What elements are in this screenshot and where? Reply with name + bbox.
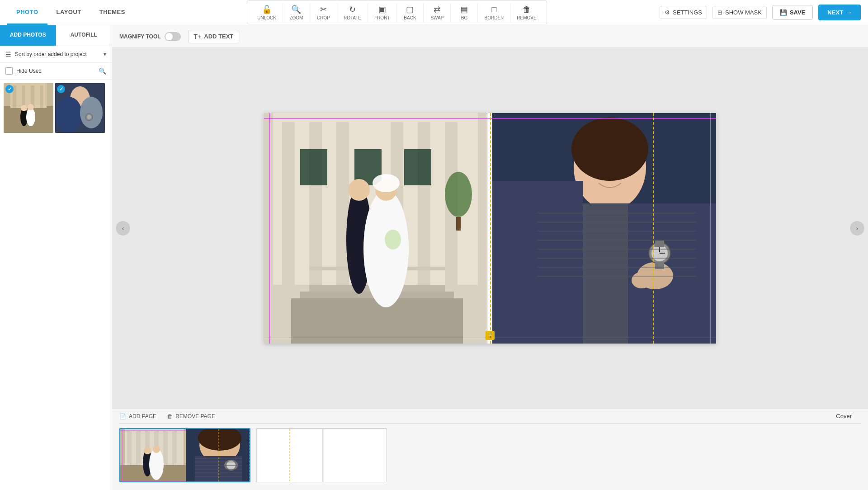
zoom-icon: 🔍 <box>291 5 301 14</box>
svg-rect-40 <box>456 217 461 231</box>
unlock-button[interactable]: 🔓 UNLOCK <box>251 3 283 22</box>
border-icon: □ <box>491 5 496 14</box>
svg-point-39 <box>445 172 472 217</box>
main-toolbar: 🔓 UNLOCK 🔍 ZOOM ✂ CROP ↻ ROTATE ▣ FRONT … <box>247 0 547 24</box>
canvas-left-photo[interactable] <box>264 113 487 344</box>
tab-themes[interactable]: THEMES <box>90 0 134 25</box>
save-icon: 💾 <box>780 9 787 16</box>
front-button[interactable]: ▣ FRONT <box>368 3 396 22</box>
used-badge-1: ✓ <box>5 85 14 93</box>
next-label: NEXT <box>827 9 843 16</box>
sort-label: Sort by order added to project <box>15 51 100 57</box>
svg-point-37 <box>373 174 400 192</box>
page-thumbnail-2[interactable] <box>256 428 387 482</box>
main-layout: ADD PHOTOS AUTOFILL ☰ Sort by order adde… <box>0 25 868 490</box>
border-button[interactable]: □ BORDER <box>478 3 510 22</box>
svg-rect-88 <box>195 469 242 470</box>
sidebar-tabs: ADD PHOTOS AUTOFILL <box>0 25 112 46</box>
photo-thumbnail-2[interactable]: ✓ <box>55 83 105 133</box>
settings-label: SETTINGS <box>673 9 702 16</box>
settings-button[interactable]: ⚙ SETTINGS <box>660 6 707 19</box>
canvas-right-photo[interactable] <box>492 113 716 344</box>
canvas-next-button[interactable]: › <box>850 221 864 236</box>
save-button[interactable]: 💾 SAVE <box>772 5 813 20</box>
svg-rect-31 <box>291 298 463 344</box>
sidebar-tab-add-photos[interactable]: ADD PHOTOS <box>0 25 56 46</box>
top-navigation: PHOTO LAYOUT THEMES 🔓 UNLOCK 🔍 ZOOM ✂ CR… <box>0 0 868 25</box>
top-right-actions: ⚙ SETTINGS ⊞ SHOW MASK 💾 SAVE NEXT → <box>660 5 861 20</box>
lock-icon[interactable]: 🔒 <box>486 331 495 340</box>
page-thumbnail-1[interactable] <box>119 428 250 482</box>
remove-page-icon: 🗑 <box>167 413 173 419</box>
remove-page-button[interactable]: 🗑 REMOVE PAGE <box>167 413 215 419</box>
used-badge-2: ✓ <box>57 85 65 93</box>
rotate-label: ROTATE <box>344 15 361 20</box>
back-button[interactable]: ▢ BACK <box>396 3 424 22</box>
svg-point-15 <box>80 97 103 128</box>
add-page-label: ADD PAGE <box>129 413 156 419</box>
swap-button[interactable]: ⇄ SWAP <box>424 3 451 22</box>
sidebar: ADD PHOTOS AUTOFILL ☰ Sort by order adde… <box>0 25 112 490</box>
svg-rect-55 <box>538 212 696 214</box>
crop-icon: ✂ <box>320 5 327 14</box>
svg-point-38 <box>385 230 401 250</box>
svg-point-73 <box>144 447 151 454</box>
svg-rect-20 <box>282 122 295 285</box>
save-label: SAVE <box>790 9 805 16</box>
add-page-icon: 📄 <box>119 413 126 419</box>
magnify-toggle[interactable] <box>165 32 181 41</box>
svg-rect-65 <box>127 431 132 465</box>
settings-icon: ⚙ <box>665 9 670 16</box>
rotate-button[interactable]: ↻ ROTATE <box>337 3 368 22</box>
chevron-down-icon: ▾ <box>104 51 106 57</box>
back-icon: ▢ <box>406 5 414 14</box>
svg-rect-6 <box>40 85 43 108</box>
swap-icon: ⇄ <box>434 5 440 14</box>
guide-line-center <box>487 113 487 344</box>
svg-rect-62 <box>538 276 696 277</box>
svg-rect-24 <box>418 122 430 285</box>
remove-page-label: REMOVE PAGE <box>175 413 215 419</box>
show-mask-button[interactable]: ⊞ SHOW MASK <box>712 6 767 19</box>
back-label: BACK <box>404 15 416 20</box>
tab-layout[interactable]: LAYOUT <box>47 0 90 25</box>
swap-label: SWAP <box>430 15 443 20</box>
remove-icon: 🗑 <box>523 5 531 14</box>
svg-rect-26 <box>300 149 327 185</box>
photos-grid: ✓ ✓ <box>0 80 112 137</box>
svg-point-8 <box>26 108 35 126</box>
add-page-button[interactable]: 📄 ADD PAGE <box>119 413 156 419</box>
svg-rect-21 <box>309 122 322 285</box>
search-icon[interactable]: 🔍 <box>99 67 106 75</box>
remove-button[interactable]: 🗑 REMOVE <box>510 3 542 22</box>
svg-rect-57 <box>538 231 696 232</box>
crop-label: CROP <box>317 15 330 20</box>
cover-label: Cover <box>836 413 852 419</box>
magnify-label: MAGNIFY TOOL <box>119 33 161 40</box>
crop-button[interactable]: ✂ CROP <box>310 3 337 22</box>
add-text-label: ADD TEXT <box>204 33 233 40</box>
bg-button[interactable]: ▤ BG <box>451 3 478 22</box>
sidebar-tab-autofill[interactable]: AUTOFILL <box>56 25 112 46</box>
svg-point-34 <box>348 179 370 201</box>
canvas-prev-button[interactable]: ‹ <box>116 221 130 236</box>
bottom-panel: 📄 ADD PAGE 🗑 REMOVE PAGE Cover <box>112 409 868 490</box>
bg-icon: ▤ <box>460 5 468 14</box>
unlock-icon: 🔓 <box>262 5 272 14</box>
sort-dropdown[interactable]: ☰ Sort by order added to project ▾ <box>0 46 112 63</box>
svg-point-9 <box>21 105 27 111</box>
svg-rect-59 <box>538 249 696 250</box>
thumb-left-photo <box>120 429 186 481</box>
add-text-button[interactable]: T+ ADD TEXT <box>188 30 240 43</box>
next-button[interactable]: NEXT → <box>818 5 861 20</box>
thumbnails-row <box>119 424 861 487</box>
tab-photo[interactable]: PHOTO <box>7 0 47 25</box>
svg-rect-95 <box>323 429 387 482</box>
photo-thumbnail-1[interactable]: ✓ <box>4 83 53 133</box>
text-icon: T+ <box>194 33 202 40</box>
canvas-container[interactable]: 🔒 <box>264 113 716 344</box>
zoom-button[interactable]: 🔍 ZOOM <box>283 3 310 22</box>
hide-used-checkbox[interactable] <box>5 67 13 75</box>
hide-used-row: Hide Used 🔍 <box>0 63 112 80</box>
svg-rect-89 <box>195 472 242 473</box>
